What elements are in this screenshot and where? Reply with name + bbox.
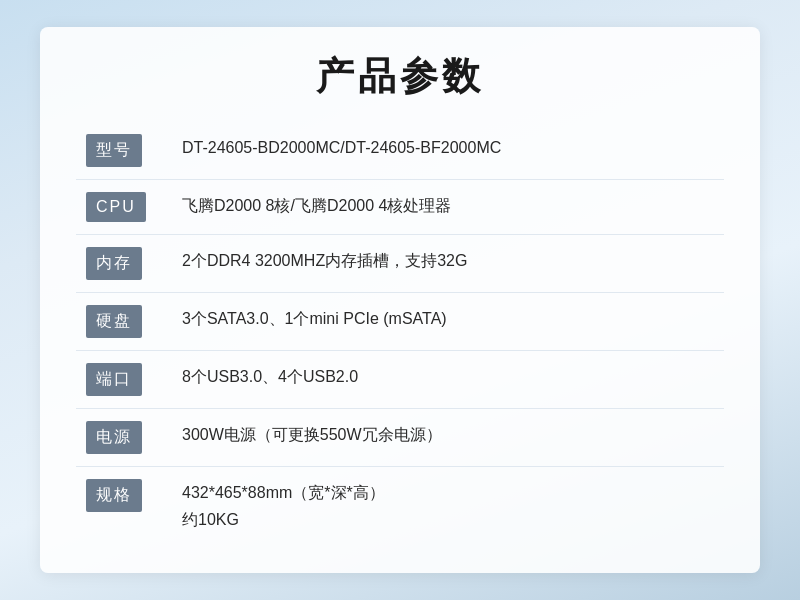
product-specs-container: 产品参数 型号DT-24605-BD2000MC/DT-24605-BF2000… xyxy=(40,27,760,573)
spec-row-cpu: CPU飞腾D2000 8核/飞腾D2000 4核处理器 xyxy=(76,179,724,234)
spec-value-model: DT-24605-BD2000MC/DT-24605-BF2000MC xyxy=(166,122,724,180)
spec-value-ports: 8个USB3.0、4个USB2.0 xyxy=(166,350,724,408)
spec-value-power: 300W电源（可更换550W冗余电源） xyxy=(166,408,724,466)
spec-row-model: 型号DT-24605-BD2000MC/DT-24605-BF2000MC xyxy=(76,122,724,180)
label-box-model: 型号 xyxy=(86,134,142,167)
spec-label-size: 规格 xyxy=(76,466,166,545)
spec-label-memory: 内存 xyxy=(76,234,166,292)
spec-row-ports: 端口8个USB3.0、4个USB2.0 xyxy=(76,350,724,408)
spec-label-storage: 硬盘 xyxy=(76,292,166,350)
spec-label-model: 型号 xyxy=(76,122,166,180)
label-box-power: 电源 xyxy=(86,421,142,454)
spec-value-cpu: 飞腾D2000 8核/飞腾D2000 4核处理器 xyxy=(166,179,724,234)
spec-row-size: 规格432*465*88mm（宽*深*高）约10KG xyxy=(76,466,724,545)
spec-value-storage: 3个SATA3.0、1个mini PCIe (mSATA) xyxy=(166,292,724,350)
spec-label-power: 电源 xyxy=(76,408,166,466)
spec-value-memory: 2个DDR4 3200MHZ内存插槽，支持32G xyxy=(166,234,724,292)
page-title: 产品参数 xyxy=(76,51,724,102)
spec-row-power: 电源300W电源（可更换550W冗余电源） xyxy=(76,408,724,466)
spec-row-memory: 内存2个DDR4 3200MHZ内存插槽，支持32G xyxy=(76,234,724,292)
spec-table: 型号DT-24605-BD2000MC/DT-24605-BF2000MCCPU… xyxy=(76,122,724,545)
label-box-ports: 端口 xyxy=(86,363,142,396)
label-box-size: 规格 xyxy=(86,479,142,512)
spec-label-cpu: CPU xyxy=(76,179,166,234)
label-box-memory: 内存 xyxy=(86,247,142,280)
spec-label-ports: 端口 xyxy=(76,350,166,408)
label-box-storage: 硬盘 xyxy=(86,305,142,338)
spec-value-size: 432*465*88mm（宽*深*高）约10KG xyxy=(166,466,724,545)
spec-row-storage: 硬盘3个SATA3.0、1个mini PCIe (mSATA) xyxy=(76,292,724,350)
label-box-cpu: CPU xyxy=(86,192,146,222)
